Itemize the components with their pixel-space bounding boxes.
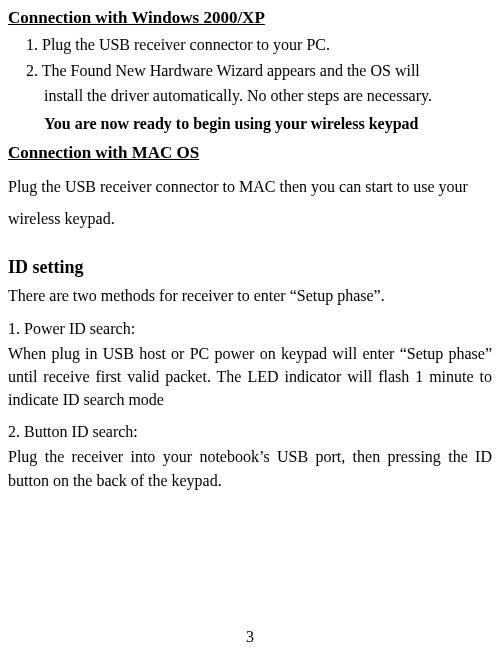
- list-item-1: 1. Plug the USB receiver connector to yo…: [8, 32, 492, 58]
- section-mac-heading: Connection with MAC OS: [8, 143, 492, 163]
- page-number: 3: [0, 628, 500, 646]
- power-id-search-body: When plug in USB host or PC power on key…: [8, 342, 492, 412]
- ready-statement: You are now ready to begin using your wi…: [8, 115, 492, 133]
- button-id-search-heading: 2. Button ID search:: [8, 423, 492, 441]
- button-id-search-body: Plug the receiver into your notebook’s U…: [8, 445, 492, 491]
- section-windows-heading: Connection with Windows 2000/XP: [8, 8, 492, 28]
- list-item-2-line2: install the driver automatically. No oth…: [8, 83, 492, 109]
- id-setting-heading: ID setting: [8, 257, 492, 278]
- power-id-search-heading: 1. Power ID search:: [8, 320, 492, 338]
- mac-paragraph: Plug the USB receiver connector to MAC t…: [8, 171, 492, 235]
- list-item-2-line1: 2. The Found New Hardware Wizard appears…: [8, 58, 492, 84]
- id-setting-intro: There are two methods for receiver to en…: [8, 284, 492, 308]
